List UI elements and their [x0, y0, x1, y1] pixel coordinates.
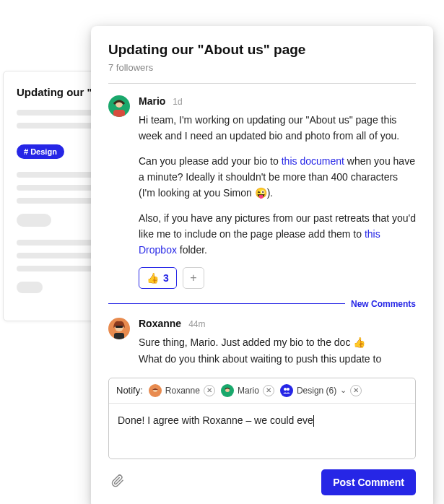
text: Sure thing, Mario. Just added my bio to …: [139, 336, 353, 348]
placeholder-pill: [17, 282, 43, 293]
comment-input[interactable]: Done! I agree with Roxanne – we could ev…: [109, 404, 415, 459]
avatar[interactable]: [108, 318, 130, 339]
comment-text: Hi team, I'm working on updating our "Ab…: [139, 113, 416, 258]
comment-header: Roxanne 44m: [139, 318, 416, 329]
notify-chip-mario[interactable]: Mario ✕: [221, 384, 274, 397]
timestamp: 44m: [188, 319, 205, 329]
text: ).: [267, 187, 274, 199]
svg-rect-1: [113, 110, 125, 117]
svg-rect-4: [116, 326, 123, 328]
divider: [108, 83, 416, 84]
thumbs-up-icon: 👍: [353, 336, 365, 348]
remove-chip-button[interactable]: ✕: [263, 385, 274, 396]
chip-label: Mario: [238, 386, 259, 396]
thread-title: Updating our "About us" page: [108, 42, 416, 58]
chip-label: Design (6): [297, 386, 336, 396]
avatar[interactable]: [108, 95, 130, 117]
comment: Mario 1d Hi team, I'm working on updatin…: [108, 95, 416, 289]
compose-content: Done! I agree with Roxanne – we could ev…: [118, 414, 313, 426]
thumbs-up-icon: 👍: [147, 272, 159, 284]
divider-line: [108, 303, 345, 304]
comment: Roxanne 44m Sure thing, Mario. Just adde…: [108, 318, 416, 368]
text-cursor: [313, 415, 314, 427]
new-comments-divider: New Comments: [108, 299, 416, 309]
document-link[interactable]: this document: [282, 155, 344, 167]
author-name[interactable]: Roxanne: [139, 318, 181, 329]
compose-footer: Post Comment: [108, 469, 416, 495]
text: What do you think about waiting to push …: [139, 353, 381, 365]
post-comment-button[interactable]: Post Comment: [321, 469, 416, 495]
remove-chip-button[interactable]: ✕: [204, 385, 215, 396]
svg-point-8: [287, 388, 290, 391]
reactions-row: 👍 3 +: [139, 267, 416, 289]
author-name[interactable]: Mario: [139, 95, 165, 107]
placeholder-line: [17, 266, 102, 271]
placeholder-pill: [17, 214, 51, 227]
notify-chip-roxanne[interactable]: Roxanne ✕: [149, 384, 215, 397]
paperclip-icon: [111, 474, 124, 487]
timestamp: 1d: [173, 97, 182, 107]
notify-chip-design-group[interactable]: Design (6) ⌄ ✕: [280, 384, 362, 397]
comment-body: Mario 1d Hi team, I'm working on updatin…: [139, 95, 416, 289]
text: Hi team, I'm working on updating our "Ab…: [139, 114, 399, 142]
remove-chip-button[interactable]: ✕: [350, 385, 362, 396]
avatar-icon: [221, 384, 234, 397]
chevron-down-icon[interactable]: ⌄: [340, 386, 347, 395]
attach-button[interactable]: [108, 472, 127, 492]
notify-label: Notify:: [116, 385, 143, 396]
comment-text: Sure thing, Mario. Just added my bio to …: [139, 335, 416, 368]
add-reaction-button[interactable]: +: [183, 267, 204, 289]
reaction-count: 3: [163, 272, 169, 284]
compose-box: Notify: Roxanne ✕ Mario ✕ Design (6: [108, 378, 416, 459]
thread-panel: Updating our "About us" page 7 followers…: [91, 26, 433, 504]
comment-body: Roxanne 44m Sure thing, Mario. Just adde…: [139, 318, 416, 368]
comment-header: Mario 1d: [139, 95, 416, 107]
group-icon: [280, 384, 293, 397]
svg-point-7: [284, 388, 287, 391]
text: folder.: [177, 244, 207, 256]
reaction-thumbs-up[interactable]: 👍 3: [139, 267, 177, 289]
design-tag[interactable]: # Design: [17, 144, 64, 159]
follower-count[interactable]: 7 followers: [108, 62, 416, 73]
notify-row: Notify: Roxanne ✕ Mario ✕ Design (6: [109, 378, 415, 404]
avatar-icon: [149, 384, 162, 397]
svg-rect-3: [114, 333, 124, 339]
new-comments-label: New Comments: [345, 299, 416, 309]
chip-label: Roxanne: [165, 386, 200, 396]
emoji-tongue: 😜: [255, 187, 267, 199]
text: Can you please add your bio to: [139, 155, 282, 167]
